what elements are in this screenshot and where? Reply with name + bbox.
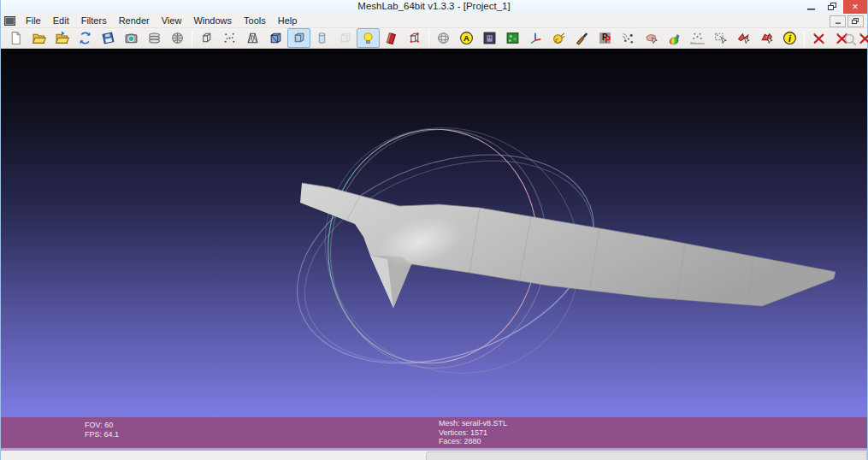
open-project-icon[interactable] bbox=[27, 28, 50, 48]
show-axes-icon[interactable] bbox=[524, 28, 547, 48]
mesh-readout: Mesh: serail-v8.STL Vertices: 1571 Faces… bbox=[439, 419, 507, 446]
toolbar-separator bbox=[192, 30, 192, 47]
toolbar: APPReferencei bbox=[1, 28, 867, 49]
face-count: Faces: 2880 bbox=[439, 437, 507, 446]
vertex-count: Vertices: 1571 bbox=[439, 428, 507, 438]
draw-vertex-wire-icon[interactable] bbox=[403, 28, 426, 48]
mdi-child-icon bbox=[4, 16, 15, 26]
window-controls: × bbox=[800, 0, 867, 14]
trackball-globe-icon[interactable] bbox=[432, 28, 455, 48]
3d-viewport[interactable] bbox=[1, 49, 867, 417]
svg-text:Reference: Reference bbox=[690, 42, 705, 45]
draw-smooth-icon[interactable] bbox=[310, 28, 334, 48]
fov-readout: FOV: 60 bbox=[85, 421, 119, 430]
mesh-scene bbox=[1, 49, 867, 417]
draw-flat-icon[interactable] bbox=[287, 28, 310, 48]
quoted-shell-icon[interactable] bbox=[547, 28, 570, 48]
status-strip: FOV: 60 FPS: 64.1 Mesh: serail-v8.STL Ve… bbox=[1, 417, 867, 448]
toolbar-separator bbox=[428, 30, 429, 47]
menu-render[interactable]: Render bbox=[113, 14, 156, 28]
close-icon[interactable]: × bbox=[843, 0, 867, 14]
camera-readout: FOV: 60 FPS: 64.1 bbox=[85, 421, 119, 439]
search-icon[interactable] bbox=[839, 30, 862, 50]
mesh-info-icon[interactable]: i bbox=[778, 28, 801, 48]
toolbar-group-1 bbox=[4, 28, 189, 48]
toolbar-separator bbox=[804, 30, 805, 47]
new-document-icon[interactable] bbox=[4, 28, 27, 48]
save-mesh-icon[interactable] bbox=[97, 28, 120, 48]
draw-texture-icon[interactable] bbox=[334, 28, 357, 48]
align-tool-icon[interactable] bbox=[617, 28, 640, 48]
import-mesh-icon[interactable] bbox=[50, 28, 74, 48]
menu-items: FileEditFiltersRenderViewWindowsToolsHel… bbox=[20, 14, 303, 28]
menu-bar: FileEditFiltersRenderViewWindowsToolsHel… bbox=[1, 14, 867, 28]
select-connected-icon[interactable] bbox=[755, 28, 778, 48]
delete-selected-vertices-icon[interactable] bbox=[807, 28, 830, 48]
web-globe-icon[interactable] bbox=[166, 28, 189, 48]
status-panel-tab bbox=[426, 451, 867, 460]
window-title: MeshLab_64bit v1.3.3 - [Project_1] bbox=[1, 1, 867, 11]
reload-mesh-icon[interactable] bbox=[74, 28, 97, 48]
mdi-child-controls bbox=[830, 15, 864, 27]
background-grid-icon[interactable] bbox=[478, 28, 501, 48]
point-picking-icon[interactable] bbox=[640, 28, 663, 48]
snapshot-icon[interactable] bbox=[120, 28, 143, 48]
pick-points-icon[interactable]: PP bbox=[593, 28, 617, 48]
bottom-bar bbox=[1, 451, 867, 460]
lighting-icon[interactable] bbox=[357, 28, 380, 48]
menu-file[interactable]: File bbox=[20, 14, 47, 28]
mesh-name: Mesh: serail-v8.STL bbox=[439, 419, 507, 428]
fps-readout: FPS: 64.1 bbox=[85, 430, 119, 439]
draw-bbox-icon[interactable] bbox=[195, 28, 218, 48]
toolbar-group-3: APPReferencei bbox=[432, 28, 801, 48]
menu-filters[interactable]: Filters bbox=[75, 14, 113, 28]
select-faces-icon[interactable] bbox=[732, 28, 755, 48]
mdi-minimize-icon[interactable] bbox=[830, 15, 846, 27]
reference-measure-icon[interactable]: Reference bbox=[686, 28, 709, 48]
meshlab-window: MeshLab_64bit v1.3.3 - [Project_1] × Fil… bbox=[0, 0, 868, 460]
draw-wireframe-icon[interactable] bbox=[241, 28, 264, 48]
menu-view[interactable]: View bbox=[156, 14, 188, 28]
z-painting-icon[interactable] bbox=[570, 28, 593, 48]
draw-points-icon[interactable] bbox=[218, 28, 241, 48]
menu-edit[interactable]: Edit bbox=[47, 14, 75, 28]
title-bar[interactable]: MeshLab_64bit v1.3.3 - [Project_1] × bbox=[1, 0, 867, 14]
texture-param-icon[interactable] bbox=[501, 28, 524, 48]
draw-flat-lines-icon[interactable] bbox=[264, 28, 287, 48]
minimize-icon[interactable] bbox=[800, 0, 822, 14]
restore-icon[interactable] bbox=[822, 0, 843, 14]
quality-mapper-icon[interactable] bbox=[663, 28, 686, 48]
backface-culling-icon[interactable] bbox=[380, 28, 403, 48]
svg-text:P: P bbox=[605, 35, 611, 44]
toolbar-group-2 bbox=[195, 28, 426, 48]
select-vertices-icon[interactable] bbox=[709, 28, 732, 48]
menu-tools[interactable]: Tools bbox=[238, 14, 272, 28]
menu-windows[interactable]: Windows bbox=[187, 14, 238, 28]
show-layers-icon[interactable] bbox=[143, 28, 166, 48]
svg-text:A: A bbox=[464, 33, 469, 43]
mdi-restore-icon[interactable] bbox=[847, 15, 864, 27]
ambient-occlusion-icon[interactable]: A bbox=[455, 28, 478, 48]
menu-help[interactable]: Help bbox=[272, 14, 304, 28]
